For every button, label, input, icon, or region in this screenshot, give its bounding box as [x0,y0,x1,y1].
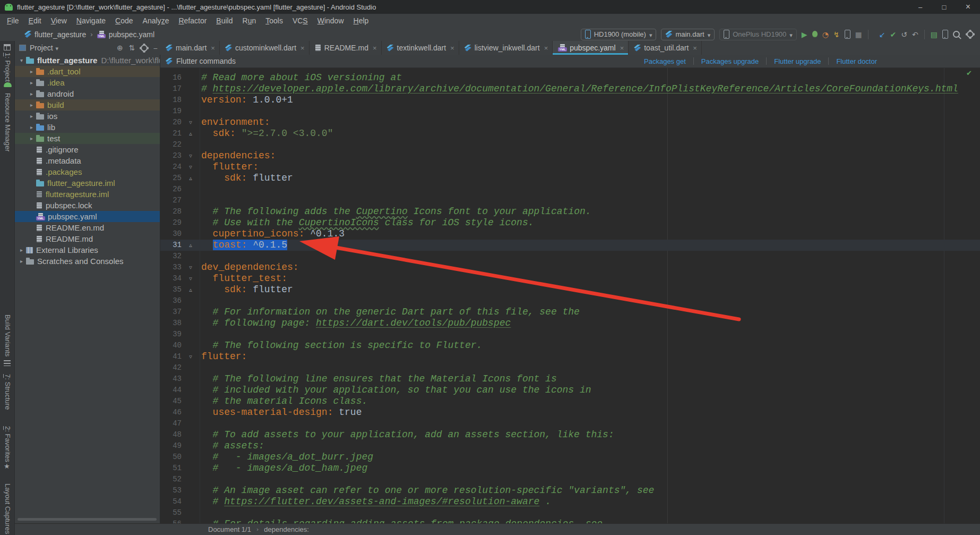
code-line[interactable]: 47 [160,418,980,429]
code-line[interactable]: 36 [160,295,980,307]
fold-marker-icon[interactable] [182,162,200,173]
menu-item-refactor[interactable]: Refactor [174,14,211,28]
hide-panel-icon[interactable] [153,44,157,52]
tree-item-build[interactable]: ▸build [15,99,160,111]
code-line[interactable]: 34 flutter_test: [160,273,980,284]
tab-pubspec-yaml[interactable]: pubspec.yaml [553,41,629,55]
code-line[interactable]: 25 sdk: flutter [160,173,980,184]
minimize-button[interactable] [908,0,932,14]
profiler-icon[interactable] [822,31,829,38]
git-update-icon[interactable] [879,31,886,38]
chevron-closed-icon[interactable]: ▸ [17,247,26,253]
menu-item-edit[interactable]: Edit [24,14,46,28]
tree-item-pubspec-yaml[interactable]: pubspec.yaml [15,211,160,222]
gear-icon[interactable] [967,31,974,38]
code-line[interactable]: 44 # included with your application, so … [160,385,980,396]
collapse-all-icon[interactable] [129,44,135,52]
tree-item--idea[interactable]: ▸.idea [15,77,160,88]
code-line[interactable]: 28 # The following adds the Cupertino Ic… [160,206,980,217]
command-link-flutter-upgrade[interactable]: Flutter upgrade [767,57,828,65]
code-line[interactable]: 41flutter: [160,351,980,362]
fold-marker-icon[interactable] [182,284,200,295]
close-icon[interactable] [450,44,454,52]
fold-marker-icon[interactable] [182,351,200,362]
tree-item-flutteragesture-iml[interactable]: flutteragesture.iml [15,189,160,200]
code-line[interactable]: 18version: 1.0.0+1 [160,95,980,106]
menu-item-run[interactable]: Run [238,14,261,28]
code-line[interactable]: 30 cupertino_icons: ^0.1.3 [160,228,980,240]
phone-icon[interactable] [845,30,850,39]
git-history-icon[interactable] [901,31,907,38]
stop-icon[interactable] [855,31,862,38]
menu-item-navigate[interactable]: Navigate [72,14,110,28]
chevron-down-icon[interactable] [56,44,59,52]
code-line[interactable]: 37 # For information on the generic Dart… [160,307,980,318]
chevron-closed-icon[interactable]: ▸ [27,113,36,119]
project-tree-hscrollbar[interactable] [18,518,157,521]
menu-item-window[interactable]: Window [313,14,349,28]
code-line[interactable]: 40 # The following section is specific t… [160,340,980,351]
bolt-icon[interactable] [833,31,840,38]
code-line[interactable]: 56 # For details regarding adding assets… [160,519,980,523]
tree-item-test[interactable]: ▸test [15,133,160,144]
fold-marker-icon[interactable] [182,273,200,284]
tree-item--packages[interactable]: .packages [15,166,160,177]
structure-icon[interactable] [4,360,11,366]
menu-item-code[interactable]: Code [110,14,137,28]
close-icon[interactable] [300,44,305,52]
tool-button-1-project[interactable]: 1: Project [4,53,12,82]
code-line[interactable]: 46 uses-material-design: true [160,407,980,418]
tab-readme-md[interactable]: README.md [310,41,382,55]
close-icon[interactable] [620,44,624,52]
code-line[interactable]: 24 flutter: [160,162,980,173]
code-line[interactable]: 19 [160,106,980,117]
tree-item-readme-en-md[interactable]: README.en.md [15,222,160,233]
code-line[interactable]: 33dev_dependencies: [160,262,980,273]
tree-item-ios[interactable]: ▸ios [15,111,160,122]
tool-button-resource-manager[interactable]: Resource Manager [4,93,12,152]
fold-marker-icon[interactable] [182,150,200,162]
tool-button-7-structure[interactable]: 7: Structure [4,374,12,410]
fold-marker-icon[interactable] [182,173,200,184]
git-rollback-icon[interactable] [912,31,918,38]
command-link-flutter-doctor[interactable]: Flutter doctor [829,57,884,65]
code-line[interactable]: 16# Read more about iOS versioning at [160,72,980,83]
tree-item--metadata[interactable]: .metadata [15,155,160,166]
target-device-selector[interactable]: OnePlus HD1900 [719,29,797,40]
code-line[interactable]: 29 # Use with the CupertinoIcons class f… [160,217,980,228]
chevron-closed-icon[interactable]: ▸ [27,124,36,130]
menu-item-view[interactable]: View [46,14,72,28]
run-config-selector[interactable]: main.dart [661,29,715,40]
tree-item--dart-tool[interactable]: ▸.dart_tool [15,66,160,77]
tree-item-pubspec-lock[interactable]: pubspec.lock [15,200,160,211]
code-line[interactable]: 49 # assets: [160,440,980,452]
fold-marker-icon[interactable] [182,240,200,251]
code-line[interactable]: 48 # To add assets to your application, … [160,429,980,440]
code-line[interactable]: 55 [160,507,980,519]
tree-item-external-libraries[interactable]: ▸External Libraries [15,244,160,256]
device-selector[interactable]: HD1900 (mobile) [581,29,657,40]
code-line[interactable]: 54 # https://flutter.dev/assets-and-imag… [160,496,980,507]
code-line[interactable]: 23dependencies: [160,150,980,162]
tool-button-layout-captures[interactable]: Layout Captures [4,483,12,534]
chevron-closed-icon[interactable]: ▸ [27,102,36,108]
menu-item-tools[interactable]: Tools [261,14,288,28]
chevron-closed-icon[interactable]: ▸ [27,135,36,141]
menu-item-file[interactable]: File [2,14,24,28]
tab-custominkwell-dart[interactable]: custominkwell.dart [220,41,310,55]
close-button[interactable] [956,0,980,14]
status-document-count[interactable]: Document 1/1 [208,525,251,533]
code-line[interactable]: 17# https://developer.apple.com/library/… [160,83,980,95]
fold-marker-icon[interactable] [182,262,200,273]
chevron-open-icon[interactable]: ▾ [17,57,26,63]
chevron-closed-icon[interactable]: ▸ [27,80,36,86]
fold-marker-icon[interactable] [182,117,200,128]
command-link-packages-upgrade[interactable]: Packages upgrade [694,57,766,65]
close-icon[interactable] [693,44,697,52]
close-icon[interactable] [544,44,548,52]
code-line[interactable]: 39 [160,329,980,340]
tree-item-lib[interactable]: ▸lib [15,122,160,133]
project-panel-title[interactable]: Project [30,44,53,52]
gear-icon[interactable] [141,45,148,52]
run-icon[interactable] [802,31,807,38]
